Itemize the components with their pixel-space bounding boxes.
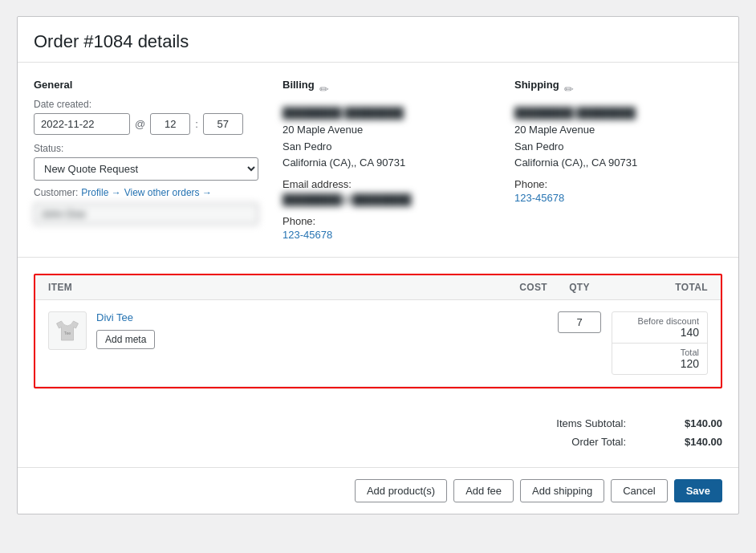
customer-label: Customer: bbox=[34, 187, 78, 198]
order-details-page: Order #1084 details General Date created… bbox=[17, 16, 739, 514]
items-section: Item Cost Qty Total Tee Divi Tee Add met… bbox=[34, 274, 722, 388]
general-section: General Date created: @ : Status: New Qu… bbox=[34, 79, 258, 241]
billing-name: ████████ ████████ bbox=[282, 105, 482, 122]
customer-input[interactable] bbox=[34, 203, 258, 225]
billing-email: ████████@████████ bbox=[282, 192, 482, 209]
add-fee-button[interactable]: Add fee bbox=[453, 479, 514, 502]
billing-address1: 20 Maple Avenue bbox=[282, 122, 482, 139]
profile-link[interactable]: Profile → bbox=[81, 187, 120, 198]
billing-phone-link[interactable]: 123-45678 bbox=[282, 229, 332, 241]
view-orders-link[interactable]: View other orders → bbox=[124, 187, 212, 198]
date-input[interactable] bbox=[34, 113, 130, 135]
status-select[interactable]: New Quote Request Processing Completed C… bbox=[34, 157, 258, 181]
total-box: Before discount 140 Total 120 bbox=[612, 311, 708, 375]
shipping-phone-link[interactable]: 123-45678 bbox=[514, 192, 564, 204]
top-section: General Date created: @ : Status: New Qu… bbox=[18, 63, 738, 258]
total-label: Total bbox=[620, 348, 699, 357]
colon-separator: : bbox=[195, 118, 198, 130]
tshirt-image: Tee bbox=[53, 316, 82, 345]
subtotal-label: Items Subtotal: bbox=[522, 417, 626, 429]
svg-text:Tee: Tee bbox=[64, 330, 71, 335]
before-discount-row: Before discount 140 bbox=[612, 312, 707, 344]
billing-section: Billing ✏ ████████ ████████ 20 Maple Ave… bbox=[258, 79, 506, 241]
items-table-header: Item Cost Qty Total bbox=[35, 275, 721, 300]
billing-phone-label: Phone: bbox=[282, 215, 482, 227]
billing-header-row: Billing ✏ bbox=[282, 79, 482, 99]
minute-input[interactable] bbox=[203, 113, 243, 135]
order-total-label: Order Total: bbox=[522, 436, 626, 448]
at-label: @ bbox=[135, 118, 145, 130]
item-info: Divi Tee Add meta bbox=[96, 311, 475, 349]
cancel-button[interactable]: Cancel bbox=[611, 479, 667, 502]
order-total-value: $140.00 bbox=[658, 436, 722, 448]
shipping-address3: California (CA),, CA 90731 bbox=[514, 155, 714, 172]
item-qty-cell bbox=[547, 311, 612, 333]
billing-edit-icon[interactable]: ✏ bbox=[319, 83, 329, 96]
before-discount-value: 140 bbox=[620, 326, 699, 339]
total-value: 120 bbox=[620, 357, 699, 370]
col-qty-header: Qty bbox=[547, 282, 612, 293]
shipping-edit-icon[interactable]: ✏ bbox=[564, 83, 574, 96]
billing-address3: California (CA),, CA 90731 bbox=[282, 155, 482, 172]
qty-input[interactable] bbox=[558, 311, 601, 333]
add-meta-button[interactable]: Add meta bbox=[96, 330, 155, 349]
subtotal-row: Items Subtotal: $140.00 bbox=[34, 417, 722, 429]
before-discount-label: Before discount bbox=[620, 316, 699, 326]
add-shipping-button[interactable]: Add shipping bbox=[520, 479, 604, 502]
billing-title: Billing bbox=[282, 79, 315, 91]
shipping-header-row: Shipping ✏ bbox=[514, 79, 714, 99]
save-button[interactable]: Save bbox=[674, 479, 722, 502]
col-item-header: Item bbox=[48, 282, 475, 293]
item-cost bbox=[475, 311, 547, 315]
total-row: Total 120 bbox=[612, 344, 707, 374]
date-label: Date created: bbox=[34, 99, 258, 110]
footer-actions: Add product(s) Add fee Add shipping Canc… bbox=[18, 468, 738, 514]
shipping-section: Shipping ✏ ████████ ████████ 20 Maple Av… bbox=[506, 79, 722, 241]
shipping-address2: San Pedro bbox=[514, 139, 714, 156]
subtotal-value: $140.00 bbox=[658, 417, 722, 429]
email-label: Email address: bbox=[282, 178, 482, 190]
shipping-address1: 20 Maple Avenue bbox=[514, 122, 714, 139]
general-title: General bbox=[34, 79, 258, 91]
billing-address2: San Pedro bbox=[282, 139, 482, 156]
col-cost-header: Cost bbox=[475, 282, 547, 293]
totals-section: Items Subtotal: $140.00 Order Total: $14… bbox=[18, 405, 738, 468]
status-label: Status: bbox=[34, 143, 258, 154]
shipping-name: ████████ ████████ bbox=[514, 105, 714, 122]
table-row: Tee Divi Tee Add meta Before discount 14… bbox=[35, 300, 721, 387]
date-row: @ : bbox=[34, 113, 258, 135]
order-total-row: Order Total: $140.00 bbox=[34, 436, 722, 448]
shipping-phone-label: Phone: bbox=[514, 178, 714, 190]
col-total-header: Total bbox=[612, 282, 708, 293]
shipping-title: Shipping bbox=[514, 79, 559, 91]
customer-row: Customer: Profile → View other orders → bbox=[34, 187, 258, 198]
item-total-cell: Before discount 140 Total 120 bbox=[612, 311, 708, 375]
item-thumbnail: Tee bbox=[48, 311, 87, 350]
hour-input[interactable] bbox=[150, 113, 190, 135]
add-products-button[interactable]: Add product(s) bbox=[355, 479, 447, 502]
item-name-link[interactable]: Divi Tee bbox=[96, 311, 475, 323]
page-title: Order #1084 details bbox=[18, 17, 738, 63]
